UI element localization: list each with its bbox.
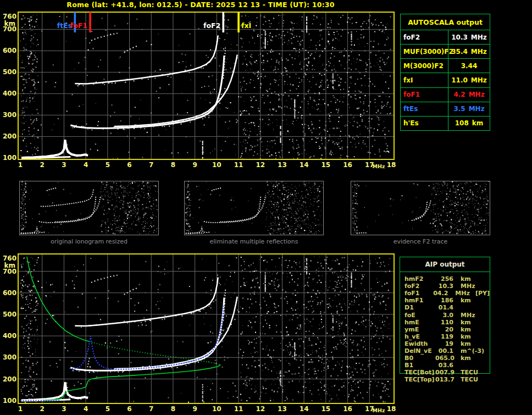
noise-speckle: [20, 257, 391, 403]
svg-text:100: 100: [3, 397, 16, 405]
svg-text:16: 16: [343, 161, 352, 169]
grid: [18, 12, 394, 159]
svg-text:6: 6: [127, 405, 131, 413]
plot-border: [18, 254, 394, 403]
top-ionogram: 760700600500400300200100km12345678910111…: [0, 0, 401, 174]
svg-text:400: 400: [3, 90, 16, 97]
svg-text:600: 600: [3, 47, 16, 54]
plot-border: [18, 12, 394, 159]
aip-row-foF2: foF210.3MHz: [404, 283, 490, 290]
svg-text:200: 200: [3, 132, 16, 140]
svg-text:5: 5: [106, 161, 110, 169]
panel-caption-eliminate: eliminate multiple reflections: [184, 238, 324, 245]
svg-text:760: 760: [3, 254, 16, 262]
aip-row-DelN_vE: DelN_vE00.1m^(-3): [404, 347, 490, 355]
svg-text:4: 4: [84, 405, 88, 413]
svg-text:16: 16: [343, 405, 352, 413]
panel-traces: [186, 188, 265, 234]
panel-eliminate-reflections: [184, 181, 324, 235]
svg-text:500: 500: [3, 311, 16, 318]
svg-text:300: 300: [3, 111, 16, 119]
param-label: M(3000)F2: [401, 59, 448, 73]
svg-text:200: 200: [3, 375, 16, 383]
svg-text:12: 12: [256, 405, 265, 413]
autoscala-row-MUF(3000)F2: MUF(3000)F235.4MHz: [401, 45, 490, 59]
aip-row-ymE: ymE20km: [404, 326, 490, 333]
param-value: 108km: [448, 117, 490, 130]
aip-table-rows: hmF2256kmfoF210.3MHzfoF104.2MHz[PY]hmF11…: [404, 275, 490, 383]
svg-text:300: 300: [3, 353, 16, 361]
svg-text:8: 8: [171, 161, 175, 169]
svg-text:2: 2: [40, 161, 45, 169]
aip-row-hmF2: hmF2256km: [404, 275, 490, 283]
svg-text:7: 7: [149, 405, 153, 413]
marker-line-foF1: [89, 12, 91, 32]
svg-text:km: km: [4, 262, 15, 269]
svg-text:100: 100: [3, 154, 16, 162]
svg-text:3: 3: [62, 405, 66, 413]
aip-row-hmE: hmE110km: [404, 319, 490, 326]
aip-row-TEC[Bot]: TEC[Bot]007.9TECU: [404, 369, 490, 376]
panel-traces: [21, 188, 101, 234]
autoscala-row-foF1: foF14.2MHz: [401, 88, 490, 102]
bottom-ionogram: 760700600500400300200100km12345678910111…: [0, 250, 401, 414]
aip-row-B1: B103.6: [404, 362, 490, 369]
panel-noise: [185, 181, 323, 235]
param-label: foF1: [401, 88, 448, 102]
noise-speckle: [20, 15, 391, 161]
panel-original-ionogram: [19, 181, 159, 235]
aip-table-title: AIP output: [400, 261, 490, 268]
svg-text:5: 5: [106, 405, 110, 413]
param-label: fxI: [401, 73, 448, 87]
panel-noise: [20, 181, 158, 235]
aip-row-TEC[Top]: TEC[Top]013.7TECU: [404, 376, 490, 383]
svg-text:18: 18: [387, 161, 396, 169]
grid: [18, 254, 394, 403]
svg-text:11: 11: [234, 405, 243, 413]
param-value: 3.44: [448, 59, 490, 73]
param-value: 10.3MHz: [448, 30, 490, 44]
param-label: ftEs: [401, 102, 448, 116]
svg-text:600: 600: [3, 289, 16, 297]
svg-text:13: 13: [278, 405, 287, 413]
aip-row-B0: B0065.0km: [404, 355, 490, 362]
panel-traces: [357, 200, 431, 234]
marker-label-foF1: foF1: [70, 21, 87, 30]
autoscala-table-title: AUTOSCALA output: [401, 14, 490, 30]
param-label: foF2: [401, 30, 448, 44]
param-value: 11.0MHz: [448, 73, 490, 87]
svg-text:MHz: MHz: [373, 407, 385, 413]
autoscala-row-h'Es: h'Es108km: [401, 117, 490, 130]
svg-text:6: 6: [127, 161, 131, 169]
svg-text:km: km: [4, 20, 15, 27]
svg-text:12: 12: [256, 161, 265, 169]
svg-text:4: 4: [84, 161, 88, 169]
aip-row-foE: foE3.0MHz: [404, 311, 490, 318]
aip-output-table: AIP output hmF2256kmfoF210.3MHzfoF104.2M…: [400, 257, 490, 374]
svg-text:MHz: MHz: [373, 163, 385, 169]
svg-text:14: 14: [300, 405, 309, 413]
svg-text:13: 13: [278, 161, 287, 169]
marker-line-foF2: [223, 12, 225, 32]
panel-caption-original: original ionogram resized: [19, 238, 159, 245]
svg-text:400: 400: [3, 332, 16, 340]
aip-row-foF1: foF104.2MHz[PY]: [404, 290, 490, 297]
axis-labels: 760700600500400300200100km12345678910111…: [3, 13, 396, 169]
panel-noise: [352, 181, 489, 234]
svg-text:11: 11: [234, 161, 243, 169]
svg-text:15: 15: [322, 405, 331, 413]
svg-text:2: 2: [40, 405, 45, 413]
autoscala-screen: Rome (lat: +41.8, lon: 012.5) - DATE: 20…: [0, 0, 532, 415]
svg-text:8: 8: [171, 405, 175, 413]
svg-text:760: 760: [3, 13, 16, 20]
svg-text:10: 10: [212, 405, 221, 413]
param-label: MUF(3000)F2: [401, 45, 448, 58]
autoscala-row-fxI: fxI11.0MHz: [401, 73, 490, 87]
svg-text:18: 18: [387, 405, 396, 413]
svg-text:3: 3: [62, 161, 66, 169]
panel-caption-evidence: evidence F2 trace: [351, 238, 490, 245]
axis-labels: 760700600500400300200100km12345678910111…: [3, 254, 396, 413]
autoscala-row-foF2: foF210.3MHz: [401, 30, 490, 45]
panel-evidence-f2-trace: [351, 181, 490, 235]
autoscala-table-rows: foF210.3MHzMUF(3000)F235.4MHzM(3000)F23.…: [401, 30, 490, 130]
